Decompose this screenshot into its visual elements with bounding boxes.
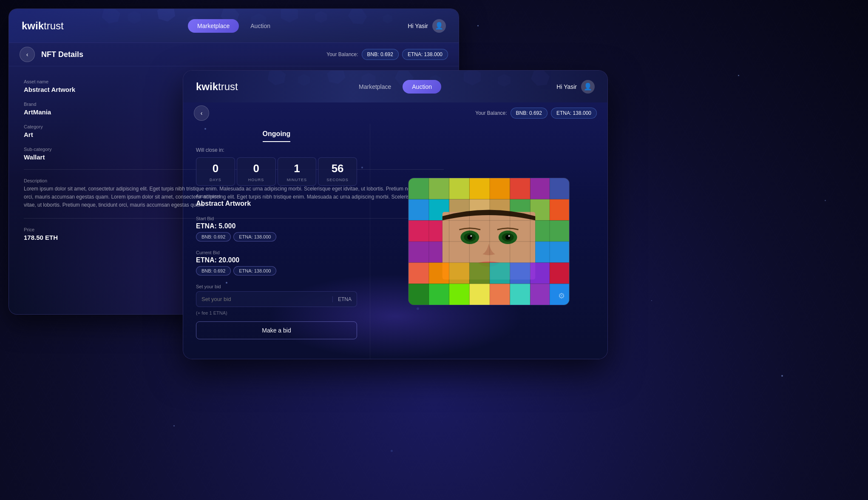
- current-bid-etna: ETNA: 138.000: [233, 266, 276, 276]
- svg-rect-31: [429, 262, 449, 284]
- svg-rect-44: [530, 284, 550, 305]
- countdown-hours-label: HOURS: [248, 178, 264, 182]
- current-bid-bnb: BNB: 0.692: [196, 266, 231, 276]
- nft-artwork: ⚙: [408, 178, 569, 305]
- svg-rect-43: [510, 284, 530, 305]
- back-nav-auction[interactable]: Auction: [241, 19, 280, 33]
- svg-rect-1: [408, 178, 429, 199]
- nft-image-card: ⚙: [408, 178, 570, 305]
- current-bid-label: Current Bid: [196, 250, 357, 255]
- svg-rect-9: [408, 199, 429, 220]
- svg-rect-41: [469, 284, 490, 305]
- svg-rect-37: [550, 262, 569, 284]
- current-bid-value: ETNA: 20.000: [196, 256, 357, 264]
- asset-name-label: Asset name: [24, 79, 444, 84]
- svg-rect-36: [530, 262, 550, 284]
- countdown-seconds-label: SECONDS: [326, 178, 349, 182]
- svg-rect-38: [408, 284, 429, 305]
- front-subheader: ‹ Your Balance: BNB: 0.692 ETNA: 138.000: [183, 102, 607, 124]
- balance-area: Your Balance: BNB: 0.692 ETNA: 138.000: [326, 49, 448, 60]
- front-nav-right: Hi Yasir 👤: [556, 80, 595, 94]
- front-user-avatar[interactable]: 👤: [581, 80, 595, 94]
- front-greeting: Hi Yasir: [556, 83, 577, 90]
- bnb-balance: BNB: 0.692: [362, 49, 399, 60]
- countdown-hours: 0 HOURS: [237, 157, 276, 186]
- svg-rect-7: [530, 178, 550, 199]
- back-subheader: ‹ NFT Details Your Balance: BNB: 0.692 E…: [9, 43, 459, 66]
- svg-rect-39: [429, 284, 449, 305]
- svg-rect-42: [490, 284, 510, 305]
- countdown-minutes-label: MINUTES: [287, 178, 307, 182]
- countdown-minutes-num: 1: [280, 162, 314, 175]
- countdown: 0 DAYS 0 HOURS 1 MINUTES 56 SECONDS: [196, 157, 357, 186]
- ongoing-tab: Ongoing: [196, 130, 357, 142]
- svg-rect-20: [535, 220, 569, 241]
- back-nav-right: Hi Yasir 👤: [408, 19, 446, 33]
- front-balance-label: Your Balance:: [475, 110, 507, 116]
- svg-rect-19: [408, 241, 442, 263]
- back-nav-marketplace[interactable]: Marketplace: [188, 19, 239, 33]
- page-title: NFT Details: [41, 50, 83, 59]
- start-bid-bnb: BNB: 0.692: [196, 232, 231, 241]
- back-logo: kwiktrust: [22, 20, 64, 32]
- front-main: Ongoing Will close in: 0 DAYS 0 HOURS 1: [183, 124, 607, 359]
- ongoing-label: Ongoing: [263, 130, 291, 142]
- back-navbar: kwiktrust Marketplace Auction Hi Yasir 👤: [9, 9, 459, 43]
- svg-point-29: [508, 235, 510, 237]
- svg-rect-18: [408, 220, 442, 241]
- front-right-panel: ⚙: [370, 124, 607, 359]
- auction-asset-label: Asset name: [196, 193, 357, 199]
- countdown-days-num: 0: [199, 162, 233, 175]
- front-window: kwiktrust Marketplace Auction Hi Yasir 👤…: [183, 70, 608, 359]
- front-bnb-balance: BNB: 0.692: [511, 108, 547, 119]
- svg-rect-3: [449, 178, 470, 199]
- svg-rect-2: [429, 178, 449, 199]
- gear-icon[interactable]: ⚙: [558, 291, 565, 301]
- back-nav-center: Marketplace Auction: [188, 19, 280, 33]
- make-bid-button[interactable]: Make a bid: [196, 321, 357, 339]
- start-bid-label: Start Bid: [196, 216, 357, 221]
- current-bid-badges: BNB: 0.692 ETNA: 138.000: [196, 266, 357, 276]
- countdown-seconds: 56 SECONDS: [318, 157, 357, 186]
- svg-rect-33: [469, 262, 490, 284]
- bid-input-area: Set your bid ETNA: [196, 284, 357, 307]
- asset-name-field: Asset name Abstract Artwork: [24, 79, 444, 93]
- front-content: ‹ Your Balance: BNB: 0.692 ETNA: 138.000…: [183, 102, 607, 359]
- start-bid-etna: ETNA: 138.000: [233, 232, 276, 241]
- nft-artwork-svg: [408, 178, 569, 305]
- bid-input-label: Set your bid: [196, 284, 357, 289]
- svg-rect-40: [449, 284, 470, 305]
- asset-name-value: Abstract Artwork: [24, 86, 444, 93]
- start-bid-badges: BNB: 0.692 ETNA: 138.000: [196, 232, 357, 241]
- bid-fee: (+ fee 1 ETNA): [196, 310, 357, 315]
- countdown-seconds-num: 56: [321, 162, 355, 175]
- start-bid-field: Start Bid ETNA: 5.000 BNB: 0.692 ETNA: 1…: [196, 216, 357, 241]
- svg-rect-8: [550, 178, 569, 199]
- start-bid-value: ETNA: 5.000: [196, 222, 357, 230]
- back-button[interactable]: ‹: [20, 47, 35, 62]
- front-balance-area: Your Balance: BNB: 0.692 ETNA: 138.000: [475, 108, 597, 119]
- auction-asset-value: Abstract Artwork: [196, 200, 357, 207]
- countdown-days-label: DAYS: [210, 178, 221, 182]
- balance-label: Your Balance:: [326, 51, 358, 57]
- svg-point-28: [470, 235, 472, 237]
- countdown-minutes: 1 MINUTES: [278, 157, 317, 186]
- svg-rect-21: [535, 241, 569, 263]
- bid-currency: ETNA: [332, 296, 357, 302]
- front-etna-balance: ETNA: 138.000: [551, 108, 597, 119]
- auction-asset-field: Asset name Abstract Artwork: [196, 193, 357, 207]
- svg-rect-16: [550, 199, 569, 220]
- back-greeting: Hi Yasir: [408, 23, 428, 29]
- bid-input-wrap: ETNA: [196, 291, 357, 307]
- front-left-panel: Ongoing Will close in: 0 DAYS 0 HOURS 1: [183, 124, 370, 359]
- svg-rect-32: [449, 262, 470, 284]
- svg-rect-4: [469, 178, 490, 199]
- front-back-button[interactable]: ‹: [194, 105, 209, 121]
- countdown-hours-num: 0: [239, 162, 273, 175]
- back-user-avatar[interactable]: 👤: [432, 19, 446, 33]
- bid-input[interactable]: [196, 292, 332, 307]
- svg-rect-35: [510, 262, 530, 284]
- will-close-label: Will close in:: [196, 147, 357, 153]
- countdown-days: 0 DAYS: [196, 157, 235, 186]
- svg-rect-34: [490, 262, 510, 284]
